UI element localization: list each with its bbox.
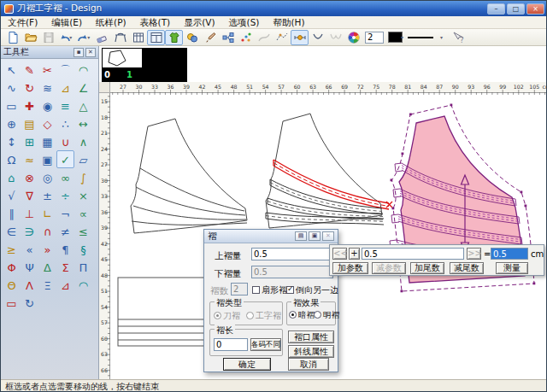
curve-icon[interactable] [255,30,273,45]
palette-close-icon[interactable]: ✕ [85,48,96,57]
palette-tool[interactable]: ⊕ [3,114,21,132]
per-size-button[interactable]: 各码不同 [250,338,281,351]
redo-icon[interactable]: ▾ [75,30,93,45]
palette-tool[interactable]: Ω [3,150,21,168]
palette-tool[interactable]: ✎ [21,61,38,79]
dialog-restore-icon[interactable]: ▣ [309,231,321,241]
palette-tool[interactable]: « [21,240,38,258]
open-file-icon[interactable] [21,30,39,45]
box-pleat-radio[interactable]: 工字褶 [246,310,281,322]
pleat-length-input[interactable] [214,338,248,351]
palette-tool[interactable]: ⌂ [3,168,21,186]
palette-tool[interactable]: ✓ [56,150,74,168]
show-pattern-icon[interactable] [165,30,183,45]
palette-tool[interactable]: Ψ [21,258,38,276]
rack-icon[interactable] [111,30,129,45]
palette-tool[interactable]: § [74,240,92,258]
new-document-icon[interactable] [3,30,21,45]
slash-properties-button[interactable]: 斜线属性 [288,345,334,358]
result-input[interactable] [491,248,528,260]
palette-tool[interactable]: √ [3,186,21,204]
palette-tool[interactable]: ± [38,186,56,204]
palette-tool[interactable]: ▭ [3,294,21,312]
base-pattern-outline[interactable] [131,119,247,233]
work-window-icon[interactable] [147,30,165,45]
table-icon[interactable] [129,30,147,45]
knife-pleat-radio[interactable]: 刀褶 [214,310,240,322]
palette-tool[interactable]: ⊞ [21,132,38,150]
notch-properties-button[interactable]: 褶口属性 [288,331,334,343]
dialog-collapse-icon[interactable]: ▤ [295,231,307,241]
context-help-icon[interactable]: ? [449,30,467,45]
add-param-button[interactable]: 加参数 [332,262,368,274]
palette-tool[interactable]: » [38,240,56,258]
points-icon[interactable] [237,30,255,45]
minimize-button[interactable]: – [487,3,505,15]
pleat-count-input[interactable] [231,283,248,295]
palette-tool[interactable]: ∩ [38,222,56,240]
pleat-working-pattern[interactable] [266,114,392,228]
sub-tail-button[interactable]: 减尾数 [450,262,484,274]
sub-param-button[interactable]: 减参数 [372,262,406,274]
pleat-dialog-titlebar[interactable]: 褶 ▤ ▣ ✕ [204,230,338,243]
palette-tool[interactable]: ≥ [3,240,21,258]
add-tail-button[interactable]: 加尾数 [410,262,444,274]
palette-tool[interactable]: ∠ [74,79,92,97]
palette-tool[interactable]: ▱ [74,150,92,168]
menu-table[interactable]: 表格(T) [133,16,178,29]
palette-tool[interactable]: ¶ [56,240,74,258]
palette-tool[interactable]: ✂ [38,61,56,79]
palette-tool[interactable]: ÷ [56,186,74,204]
palette-tool[interactable]: ◠ [74,276,92,294]
palette-tool[interactable]: ◎ [38,168,56,186]
palette-tool[interactable]: ∇ [21,186,38,204]
menu-view[interactable]: 显示(V) [177,16,221,29]
palette-tool[interactable]: ⊥ [21,204,38,222]
palette-tool[interactable]: ▣ [38,150,56,168]
palette-tool[interactable]: ⌒ [56,61,74,79]
palette-tool[interactable]: Σ [56,258,74,276]
palette-tool[interactable]: ⊿ [56,276,74,294]
measure-button[interactable]: 测量 [496,262,528,274]
menu-edit[interactable]: 编辑(E) [44,16,89,29]
maximize-button[interactable]: □ [507,3,525,15]
upper-pleat-input[interactable] [251,248,333,260]
palette-tool[interactable]: ▭ [3,97,21,114]
save-icon[interactable] [39,30,57,45]
pattern-list-bar[interactable]: 0 1 [102,48,187,82]
palette-tool[interactable]: ∞ [56,168,74,186]
hidden-pleat-radio[interactable]: 暗褶 [289,310,315,321]
palette-tool[interactable]: Ξ [38,276,56,294]
line-style-select[interactable] [408,32,440,43]
palette-tool[interactable]: ¬ [56,204,74,222]
palette-tool[interactable]: ∋ [21,222,38,240]
palette-tool[interactable]: × [74,186,92,204]
palette-tool[interactable]: ↻ [21,294,38,312]
palette-tool[interactable]: ∈ [3,222,21,240]
palette-tool[interactable]: ⊗ [21,168,38,186]
palette-tool[interactable]: ↕ [3,132,21,150]
w-curve-icon[interactable] [326,30,344,45]
palette-tool[interactable]: ≡ [56,97,74,114]
palette-tool[interactable]: Π [74,258,92,276]
next-button[interactable]: >> [467,248,481,260]
line-color-dropdown-icon[interactable]: ▾ [401,34,406,40]
palette-tool[interactable]: ◉ [38,97,56,114]
line-width-input[interactable] [365,32,384,44]
palette-tool[interactable]: ↖ [3,61,21,79]
palette-tool[interactable]: ∥ [3,204,21,222]
color-wheel-icon[interactable] [344,30,362,45]
lower-pleat-input[interactable] [251,266,333,278]
visible-pleat-radio[interactable]: 明褶 [314,310,339,321]
menu-options[interactable]: 选项(S) [222,16,267,29]
brush-icon[interactable] [201,30,219,45]
palette-tool[interactable]: ◇ [38,114,56,132]
expression-input[interactable] [362,248,464,260]
flip-side-checkbox[interactable]: 倒向另一边 [286,284,338,296]
palette-tool[interactable]: ≋ [38,79,56,97]
palette-tool[interactable]: ∿ [3,79,21,97]
pin-icon[interactable]: ▪ [74,48,84,57]
cancel-button[interactable]: 取消 [288,358,329,371]
palette-tool[interactable]: ≈ [21,150,38,168]
close-button[interactable]: × [526,3,544,15]
